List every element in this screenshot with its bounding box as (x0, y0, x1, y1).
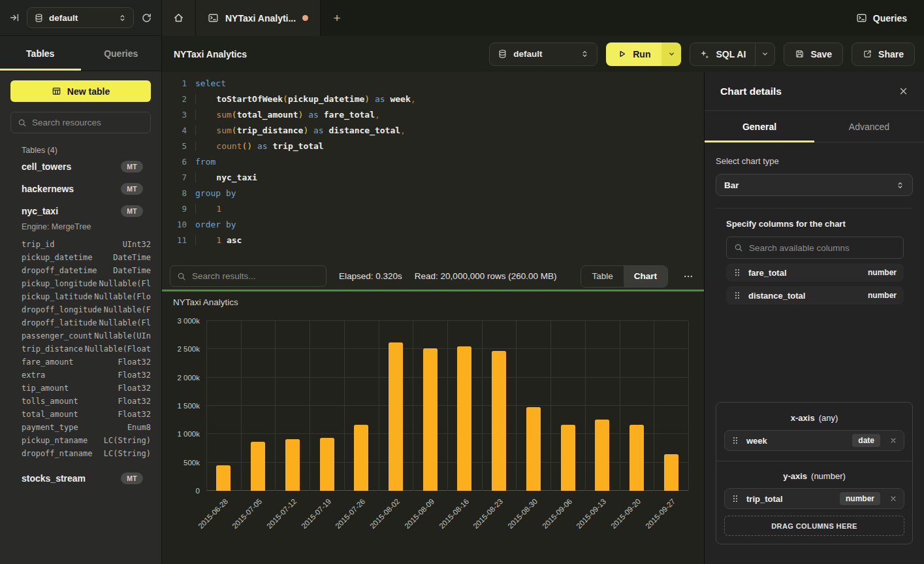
drag-columns-drop-zone[interactable]: DRAG COLUMNS HERE (724, 516, 904, 536)
bar-2015-07-19[interactable] (320, 438, 334, 491)
y-axis-tick-label: 500k (183, 459, 200, 467)
editor-line: 11 1 asc (162, 233, 704, 248)
new-table-button[interactable]: New table (10, 80, 151, 102)
tab-advanced[interactable]: Advanced (814, 111, 924, 142)
editor-line: 3 sum(total_amount) as fare_total, (162, 107, 704, 123)
run-options-button[interactable] (661, 42, 681, 66)
x-axis-label: x-axis (791, 413, 815, 423)
bar-2015-07-05[interactable] (251, 442, 265, 491)
columns-search[interactable] (726, 237, 904, 259)
results-search-input[interactable] (192, 271, 319, 281)
drag-handle[interactable] (731, 494, 739, 503)
sidebar-search-input[interactable] (32, 118, 144, 127)
bar-2015-08-02[interactable] (389, 342, 403, 491)
drag-handle[interactable] (733, 291, 741, 300)
close-panel-button[interactable] (899, 86, 908, 96)
refresh-button[interactable] (141, 12, 152, 24)
y-axis-header: y-axis (number) (724, 471, 904, 481)
view-table-label: Table (592, 271, 613, 281)
gridline-v (585, 321, 586, 491)
bar-2015-09-20[interactable] (629, 425, 644, 491)
column-type: DateTime (113, 251, 151, 264)
column-row: pickup_longitudeNullable(Fl (22, 277, 151, 290)
column-name: dropoff_longitude (22, 303, 102, 316)
x-axis-tick-label: 2015-06-28 (197, 497, 229, 530)
remove-column-button[interactable] (889, 437, 897, 444)
terminal-icon (208, 12, 219, 24)
table-row[interactable]: nyc_taxiMT (22, 201, 151, 222)
column-row: trip_distanceNullable(Float (22, 342, 151, 356)
x-axis-column-pill[interactable]: weekdate (724, 430, 904, 451)
editor-line: 7 nyc_taxi (162, 170, 704, 186)
x-axis-tick-label: 2015-09-20 (609, 497, 642, 530)
drag-handle-icon (733, 268, 741, 277)
sidebar-tab-queries[interactable]: Queries (81, 36, 162, 71)
divider (716, 461, 912, 461)
tab-general[interactable]: General (705, 111, 814, 142)
remove-column-button[interactable] (889, 495, 897, 503)
sidebar-tab-tables-label: Tables (26, 48, 54, 59)
bar-2015-07-26[interactable] (354, 425, 368, 491)
y-axis-tick-label: 1 500k (177, 402, 200, 410)
column-type: Enum8 (127, 421, 151, 434)
chart-type-selector[interactable]: Bar (716, 174, 913, 196)
drag-handle[interactable] (731, 436, 739, 445)
available-column-pill[interactable]: distance_totalnumber (726, 286, 904, 305)
run-button-group: Run (606, 42, 681, 66)
column-pill-name: fare_total (748, 268, 787, 278)
sql-editor[interactable]: 1select2 toStartOfWeek(pickup_datetime) … (162, 72, 704, 263)
column-type-badge: number (840, 492, 880, 505)
code-text: 1 (195, 201, 221, 217)
table-row[interactable]: cell_towersMT (22, 156, 151, 177)
sql-ai-button[interactable]: SQL AI (690, 43, 755, 65)
bar-2015-09-06[interactable] (561, 425, 575, 491)
table-row[interactable]: hackernewsMT (22, 178, 151, 199)
view-chart-button[interactable]: Chart (624, 266, 667, 287)
column-name: dropoff_latitude (22, 316, 97, 329)
save-button[interactable]: Save (784, 42, 843, 66)
drag-handle[interactable] (733, 268, 741, 277)
bar-2015-08-30[interactable] (526, 407, 541, 491)
sql-ai-options-button[interactable] (755, 43, 774, 65)
tables-list: Tables (4) cell_towersMThackernewsMTnyc_… (10, 146, 151, 489)
column-name: dropoff_ntaname (22, 447, 92, 460)
drag-handle-icon (731, 494, 739, 503)
run-button-label: Run (633, 49, 650, 59)
remove-icon (889, 437, 897, 444)
tab-advanced-label: Advanced (849, 122, 889, 132)
bar-2015-08-16[interactable] (457, 346, 471, 491)
queries-button[interactable]: Queries (856, 12, 907, 24)
bar-2015-09-13[interactable] (595, 420, 609, 491)
columns-search-input[interactable] (749, 243, 896, 253)
column-row: passenger_countNullable(UIn (22, 329, 151, 342)
bar-2015-06-28[interactable] (216, 465, 231, 491)
sidebar-tab-tables[interactable]: Tables (0, 36, 81, 71)
view-table-button[interactable]: Table (581, 266, 623, 287)
results-more-button[interactable] (680, 271, 696, 282)
bar-2015-07-12[interactable] (285, 439, 300, 491)
table-row[interactable]: stocks_streamMT (22, 468, 151, 489)
search-icon (18, 118, 27, 127)
toolbar-database-selector[interactable]: default (489, 42, 597, 66)
run-button[interactable]: Run (606, 42, 661, 66)
column-type: DateTime (113, 264, 151, 277)
bar-2015-08-23[interactable] (492, 351, 506, 491)
home-button[interactable] (162, 0, 196, 36)
code-text: order by (195, 217, 236, 233)
available-column-pill[interactable]: fare_totalnumber (726, 263, 904, 282)
sidebar-search[interactable] (10, 112, 151, 133)
table-engine-badge: MT (121, 183, 143, 195)
y-axis-column-pill[interactable]: trip_totalnumber (724, 488, 904, 509)
collapse-sidebar-button[interactable] (9, 12, 20, 23)
share-button[interactable]: Share (852, 42, 915, 66)
database-selector[interactable]: default (27, 7, 134, 28)
chevron-up-down-icon (581, 50, 589, 58)
new-tab-button[interactable]: + (321, 0, 353, 36)
rows-read: Read: 20,000,000 rows (260.00 MB) (415, 271, 557, 281)
table-engine-badge: MT (121, 205, 143, 217)
x-axis-tick-label: 2015-08-23 (471, 497, 504, 530)
bar-2015-08-09[interactable] (423, 348, 438, 491)
bar-2015-09-27[interactable] (664, 454, 678, 491)
query-tab[interactable]: NYTaxi Analyti... (196, 0, 321, 36)
results-search[interactable] (170, 265, 327, 287)
